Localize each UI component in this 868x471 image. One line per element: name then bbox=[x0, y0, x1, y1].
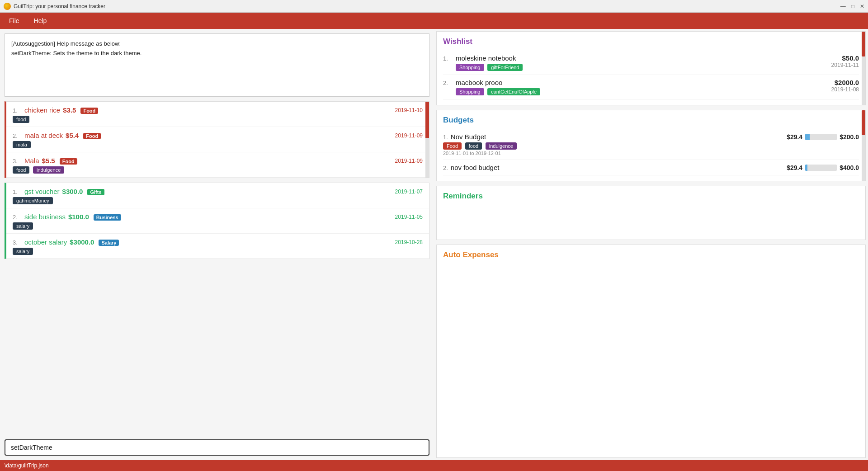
expense-name-3: Mala bbox=[24, 157, 39, 165]
expense-amount-3: $5.5 bbox=[42, 157, 55, 165]
expense-section-1-scrollbar[interactable] bbox=[425, 102, 429, 178]
income-date-3: 2019-10-28 bbox=[395, 239, 423, 245]
expense-num-1: 1. bbox=[13, 107, 22, 114]
budget-amounts-2: $29.4 $400.0 bbox=[787, 164, 859, 171]
budget-bar-2 bbox=[805, 165, 837, 171]
expense-num-3: 3. bbox=[13, 158, 22, 165]
wishlist-tags-1: Shopping giftForFriend bbox=[456, 64, 831, 71]
budgets-section: Budgets 1. Nov Budget $29.4 $200.0 bbox=[436, 110, 866, 181]
wishlist-section: Wishlist 1. moleskine notebook Shopping … bbox=[436, 31, 866, 105]
income-name-3: october salary bbox=[24, 238, 67, 246]
expense-section-1: 1. chicken rice $3.5 Food food 2019-11-1… bbox=[5, 101, 429, 178]
expense-item-2: 2. mala at deck $5.4 Food mala 2019-11-0… bbox=[6, 127, 429, 152]
app-icon bbox=[4, 3, 11, 10]
status-path: \data\guiltTrip.json bbox=[5, 462, 49, 469]
income-category-1: Gifts bbox=[87, 189, 104, 195]
budget-name-2: nov food budget bbox=[451, 164, 500, 171]
menu-file[interactable]: File bbox=[5, 15, 23, 26]
budget-num-1: 1. bbox=[443, 134, 448, 141]
autoexpenses-title: Auto Expenses bbox=[443, 250, 859, 259]
expense-category-2: Food bbox=[83, 133, 101, 139]
budget-bar-1 bbox=[805, 134, 837, 140]
expense-name-1: chicken rice bbox=[24, 106, 60, 114]
income-amount-2: $100.0 bbox=[68, 213, 89, 221]
income-tag-1-gahmenmoney: gahmenMoney bbox=[13, 197, 53, 204]
income-name-2: side business bbox=[24, 213, 66, 221]
autosuggestion-line2: setDarkTheme: Sets the theme to the dark… bbox=[11, 49, 423, 58]
expense-tag-3-indulgence: indulgence bbox=[33, 166, 64, 174]
budget-bar-fill-1 bbox=[805, 134, 810, 140]
income-tag-2-salary: salary bbox=[13, 222, 33, 230]
budget-tag-food-1: Food bbox=[443, 142, 462, 150]
wishlist-tags-2: Shopping cantGetEnufOfApple bbox=[456, 88, 831, 95]
window-controls: — □ ✕ bbox=[840, 3, 864, 9]
wishlist-name-2: macbook prooo bbox=[456, 79, 831, 86]
wishlist-date-2: 2019-11-08 bbox=[831, 86, 859, 93]
autosuggestion-box: [Autosuggestion] Help message as below: … bbox=[5, 33, 429, 97]
wishlist-tag-shopping-1: Shopping bbox=[456, 64, 484, 71]
budgets-title: Budgets bbox=[443, 116, 859, 125]
close-button[interactable]: ✕ bbox=[860, 3, 864, 9]
wishlist-date-1: 2019-11-11 bbox=[831, 62, 859, 68]
income-name-1: gst voucher bbox=[24, 188, 60, 195]
status-bar: \data\guiltTrip.json bbox=[0, 460, 868, 471]
minimize-button[interactable]: — bbox=[840, 3, 846, 9]
main-layout: [Autosuggestion] Help message as below: … bbox=[0, 29, 868, 460]
title-bar-text: GuilTrip: your personal finance tracker bbox=[14, 3, 105, 9]
maximize-button[interactable]: □ bbox=[851, 3, 854, 9]
spacer bbox=[5, 264, 429, 435]
expense-num-2: 2. bbox=[13, 132, 22, 139]
expense-section-2: 1. gst voucher $300.0 Gifts gahmenMoney … bbox=[5, 183, 429, 259]
budgets-scrollbar[interactable] bbox=[862, 110, 865, 181]
wishlist-right-1: $50.0 2019-11-11 bbox=[831, 54, 859, 68]
expense-tag-1-food: food bbox=[13, 116, 29, 123]
wishlist-content-1: moleskine notebook Shopping giftForFrien… bbox=[456, 54, 831, 71]
expense-name-2: mala at deck bbox=[24, 132, 63, 139]
expense-date-2: 2019-11-09 bbox=[395, 132, 423, 139]
income-item-3: 3. october salary $3000.0 Salary salary … bbox=[6, 234, 429, 259]
expense-category-1: Food bbox=[80, 108, 98, 114]
budget-item-1: 1. Nov Budget $29.4 $200.0 Food food ind… bbox=[443, 129, 859, 160]
expense-tag-2-mala: mala bbox=[13, 141, 31, 148]
income-category-3: Salary bbox=[99, 240, 119, 246]
autoexpenses-section: Auto Expenses bbox=[436, 245, 866, 458]
right-panel: Wishlist 1. moleskine notebook Shopping … bbox=[434, 29, 868, 460]
budget-bar-fill-2 bbox=[805, 165, 807, 171]
wishlist-amount-2: $2000.0 bbox=[831, 79, 859, 86]
budget-tag-indulgence-1: indulgence bbox=[486, 142, 517, 150]
income-amount-1: $300.0 bbox=[62, 188, 83, 195]
income-num-3: 3. bbox=[13, 239, 22, 246]
budget-total-2: $400.0 bbox=[840, 164, 859, 171]
expense-item-1: 1. chicken rice $3.5 Food food 2019-11-1… bbox=[6, 102, 429, 127]
budget-tag-food2-1: food bbox=[465, 142, 482, 150]
income-item-1: 1. gst voucher $300.0 Gifts gahmenMoney … bbox=[6, 183, 429, 208]
expense-category-3: Food bbox=[60, 158, 77, 165]
wishlist-content-2: macbook prooo Shopping cantGetEnufOfAppl… bbox=[456, 79, 831, 95]
budget-amounts-1: $29.4 $200.0 bbox=[787, 133, 859, 141]
budget-current-2: $29.4 bbox=[787, 164, 802, 171]
budget-tags-1: Food food indulgence bbox=[443, 142, 859, 150]
wishlist-name-1: moleskine notebook bbox=[456, 54, 831, 62]
title-bar: GuilTrip: your personal finance tracker … bbox=[0, 0, 868, 13]
reminders-section: Reminders bbox=[436, 186, 866, 240]
income-category-2: Business bbox=[94, 214, 121, 221]
income-num-1: 1. bbox=[13, 188, 22, 195]
wishlist-tag-shopping-2: Shopping bbox=[456, 88, 484, 95]
income-date-1: 2019-11-07 bbox=[395, 188, 423, 195]
wishlist-item-1: 1. moleskine notebook Shopping giftForFr… bbox=[443, 51, 859, 75]
wishlist-right-2: $2000.0 2019-11-08 bbox=[831, 79, 859, 93]
reminders-title: Reminders bbox=[443, 192, 859, 201]
budget-name-1: Nov Budget bbox=[451, 133, 486, 141]
expense-item-3: 3. Mala $5.5 Food food indulgence 2019-1… bbox=[6, 152, 429, 178]
expense-date-1: 2019-11-10 bbox=[395, 107, 423, 113]
expense-section-1-scroll-thumb bbox=[425, 102, 429, 138]
left-panel: [Autosuggestion] Help message as below: … bbox=[0, 29, 434, 460]
budget-num-2: 2. bbox=[443, 165, 448, 171]
wishlist-scrollbar[interactable] bbox=[862, 32, 865, 105]
budgets-scroll-thumb bbox=[862, 110, 865, 135]
command-input[interactable]: setDarkTheme bbox=[5, 439, 429, 456]
menu-help[interactable]: Help bbox=[30, 15, 51, 26]
wishlist-tag-gift-1: giftForFriend bbox=[487, 64, 523, 71]
expense-date-3: 2019-11-09 bbox=[395, 158, 423, 164]
income-amount-3: $3000.0 bbox=[70, 238, 94, 246]
